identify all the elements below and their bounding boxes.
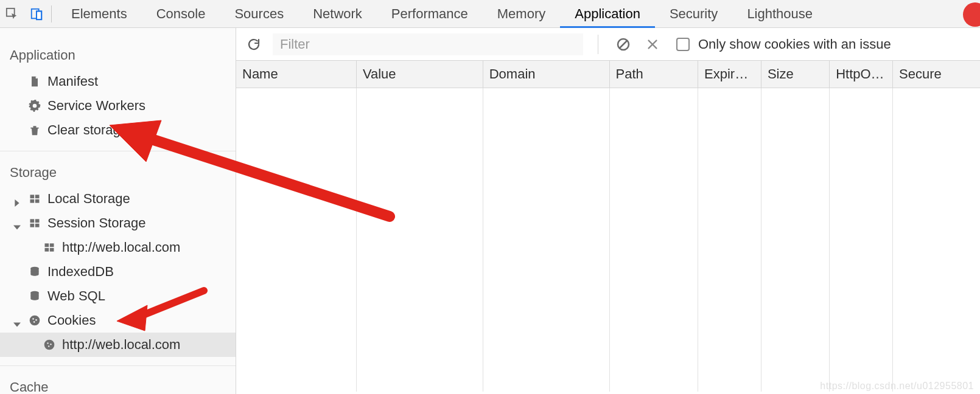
sidebar-item-indexeddb[interactable]: IndexedDB xyxy=(0,260,236,284)
sidebar-section-storage: Storage xyxy=(0,160,236,187)
svg-point-24 xyxy=(50,344,52,345)
cookie-icon xyxy=(43,338,56,351)
tabbar-divider xyxy=(51,5,52,22)
sidebar-item-label: http://web.local.com xyxy=(62,337,180,353)
table-icon xyxy=(28,216,41,230)
svg-rect-7 xyxy=(35,199,40,203)
sidebar-item-label: Service Workers xyxy=(47,98,145,114)
svg-rect-4 xyxy=(30,195,35,198)
cookies-panel: Only show cookies with an issue Name Val… xyxy=(236,28,980,394)
svg-point-19 xyxy=(32,318,34,320)
svg-point-22 xyxy=(44,340,55,350)
file-icon xyxy=(28,75,41,88)
sidebar-section-application: Application xyxy=(0,43,236,69)
svg-rect-6 xyxy=(30,199,35,203)
inspect-element-icon[interactable] xyxy=(0,2,24,26)
table-icon xyxy=(43,241,56,254)
database-icon xyxy=(28,265,41,278)
tab-sources[interactable]: Sources xyxy=(220,0,298,27)
sidebar-item-label: IndexedDB xyxy=(47,264,114,280)
col-expires[interactable]: Expir… xyxy=(698,61,761,88)
col-name[interactable]: Name xyxy=(236,61,356,88)
sidebar-item-label: Manifest xyxy=(47,74,98,89)
sidebar-section-cache: Cache xyxy=(0,375,236,394)
error-indicator-icon[interactable] xyxy=(963,2,980,27)
col-value[interactable]: Value xyxy=(356,61,483,88)
svg-rect-11 xyxy=(35,224,40,227)
table-row-empty xyxy=(236,88,980,392)
svg-line-27 xyxy=(620,41,627,48)
only-issues-checkbox[interactable] xyxy=(676,38,690,51)
sidebar-item-label: Session Storage xyxy=(47,215,145,231)
filter-input[interactable] xyxy=(273,33,583,55)
gear-icon xyxy=(28,99,41,112)
cookie-icon xyxy=(28,314,41,327)
sidebar-item-clear-storage[interactable]: Clear storage xyxy=(0,118,236,142)
sidebar-item-session-storage[interactable]: Session Storage xyxy=(0,211,236,235)
toolbar-divider xyxy=(598,35,598,54)
svg-point-25 xyxy=(48,345,50,347)
tab-performance[interactable]: Performance xyxy=(377,0,483,27)
svg-rect-5 xyxy=(35,195,40,198)
sidebar-item-manifest[interactable]: Manifest xyxy=(0,69,236,94)
col-path[interactable]: Path xyxy=(609,61,698,88)
tab-network[interactable]: Network xyxy=(298,0,377,27)
svg-rect-2 xyxy=(37,11,41,19)
tab-application[interactable]: Application xyxy=(560,0,655,27)
col-domain[interactable]: Domain xyxy=(483,61,609,88)
clear-all-button[interactable] xyxy=(613,34,634,55)
svg-rect-14 xyxy=(45,248,49,252)
trash-icon xyxy=(28,123,41,137)
col-httponly[interactable]: HttpO… xyxy=(830,61,893,88)
refresh-button[interactable] xyxy=(243,34,264,55)
svg-point-21 xyxy=(33,321,35,323)
application-sidebar: Application Manifest Service Workers Cle… xyxy=(0,28,236,394)
col-size[interactable]: Size xyxy=(761,61,829,88)
sidebar-item-websql[interactable]: Web SQL xyxy=(0,284,236,308)
chevron-down-icon xyxy=(13,316,22,325)
svg-rect-8 xyxy=(30,219,35,223)
sidebar-item-cookies-origin[interactable]: http://web.local.com xyxy=(0,333,236,357)
chevron-right-icon xyxy=(13,195,22,203)
sidebar-item-service-workers[interactable]: Service Workers xyxy=(0,94,236,118)
svg-point-23 xyxy=(47,342,49,344)
table-icon xyxy=(28,192,41,206)
sidebar-item-label: Clear storage xyxy=(47,122,128,138)
only-issues-label: Only show cookies with an issue xyxy=(698,36,891,52)
tab-console[interactable]: Console xyxy=(142,0,220,27)
svg-rect-10 xyxy=(30,224,35,227)
tab-security[interactable]: Security xyxy=(655,0,732,27)
cookies-toolbar: Only show cookies with an issue xyxy=(236,28,980,61)
sidebar-item-label: Cookies xyxy=(47,313,96,328)
svg-rect-13 xyxy=(50,243,54,247)
sidebar-item-local-storage[interactable]: Local Storage xyxy=(0,187,236,211)
col-secure[interactable]: Secure xyxy=(893,61,980,88)
tab-lighthouse[interactable]: Lighthouse xyxy=(732,0,827,27)
device-toolbar-icon[interactable] xyxy=(24,2,49,26)
tab-elements[interactable]: Elements xyxy=(57,0,142,27)
devtools-tabbar: Elements Console Sources Network Perform… xyxy=(0,0,980,28)
svg-rect-9 xyxy=(35,219,40,223)
sidebar-item-cookies[interactable]: Cookies xyxy=(0,308,236,333)
sidebar-item-label: Local Storage xyxy=(47,191,130,207)
svg-point-20 xyxy=(35,319,37,321)
svg-point-18 xyxy=(30,316,40,326)
sidebar-item-label: http://web.local.com xyxy=(62,240,180,255)
database-icon xyxy=(28,289,41,303)
svg-rect-12 xyxy=(45,243,49,247)
chevron-down-icon xyxy=(13,219,22,227)
tab-memory[interactable]: Memory xyxy=(483,0,560,27)
sidebar-item-session-storage-origin[interactable]: http://web.local.com xyxy=(0,235,236,260)
cookies-table[interactable]: Name Value Domain Path Expir… Size HttpO… xyxy=(236,61,980,392)
svg-rect-15 xyxy=(50,248,54,252)
sidebar-item-label: Web SQL xyxy=(47,288,105,304)
delete-selected-button[interactable] xyxy=(642,34,663,55)
